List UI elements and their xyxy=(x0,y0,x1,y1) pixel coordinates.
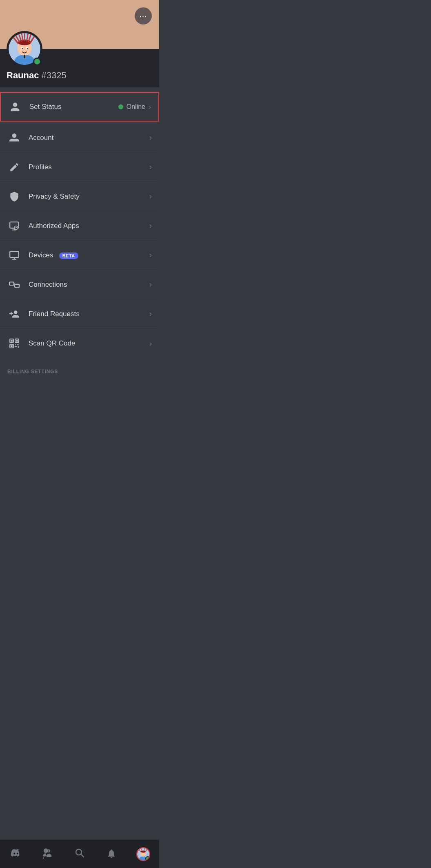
status-value: Online xyxy=(127,103,145,111)
chevron-icon: › xyxy=(149,221,152,230)
shield-icon xyxy=(7,190,21,204)
person-add-icon xyxy=(7,307,21,321)
svg-rect-16 xyxy=(24,55,25,58)
svg-rect-19 xyxy=(10,251,19,257)
scan-qr-right: › xyxy=(149,339,152,348)
svg-rect-29 xyxy=(17,344,19,345)
connections-icon xyxy=(7,278,21,292)
connections-label: Connections xyxy=(29,281,149,289)
chevron-icon: › xyxy=(149,192,152,201)
connections-item[interactable]: Connections › xyxy=(0,270,159,299)
friend-requests-item[interactable]: Friend Requests › xyxy=(0,299,159,329)
devices-label: Devices BETA xyxy=(29,251,149,259)
account-label: Account xyxy=(29,134,149,142)
chevron-icon: › xyxy=(149,163,152,171)
status-indicator xyxy=(118,104,123,109)
username: Raunac xyxy=(7,70,39,81)
authorized-apps-icon xyxy=(7,219,21,233)
profiles-item[interactable]: Profiles › xyxy=(0,153,159,182)
person-status-icon xyxy=(8,100,22,114)
set-status-right: Online › xyxy=(118,103,151,111)
friend-requests-label: Friend Requests xyxy=(29,310,149,318)
set-status-label: Set Status xyxy=(29,103,118,111)
devices-item[interactable]: Devices BETA › xyxy=(0,241,159,270)
svg-rect-27 xyxy=(11,345,12,347)
online-status-dot xyxy=(33,58,41,66)
chevron-icon: › xyxy=(149,133,152,142)
profiles-label: Profiles xyxy=(29,163,149,171)
chevron-icon: › xyxy=(149,339,152,348)
pencil-icon xyxy=(7,160,21,174)
more-dots-icon: ··· xyxy=(139,12,147,20)
svg-rect-20 xyxy=(9,282,14,285)
privacy-safety-label: Privacy & Safety xyxy=(29,193,149,201)
scan-qr-label: Scan QR Code xyxy=(29,339,149,348)
profile-info-bar: Raunac #3325 xyxy=(0,49,159,87)
svg-point-15 xyxy=(27,48,28,49)
svg-rect-30 xyxy=(15,346,17,347)
account-icon xyxy=(7,131,21,145)
svg-line-8 xyxy=(24,33,25,41)
privacy-safety-item[interactable]: Privacy & Safety › xyxy=(0,182,159,211)
svg-rect-26 xyxy=(16,340,18,341)
friend-requests-right: › xyxy=(149,310,152,318)
devices-right: › xyxy=(149,251,152,259)
beta-badge: BETA xyxy=(59,252,78,259)
authorized-apps-right: › xyxy=(149,221,152,230)
privacy-safety-right: › xyxy=(149,192,152,201)
svg-rect-25 xyxy=(11,340,12,341)
qr-code-icon xyxy=(7,337,21,350)
authorized-apps-label: Authorized Apps xyxy=(29,222,149,230)
chevron-icon: › xyxy=(149,280,152,289)
svg-rect-31 xyxy=(18,346,19,348)
account-right: › xyxy=(149,133,152,142)
chevron-icon: › xyxy=(149,251,152,259)
account-item[interactable]: Account › xyxy=(0,123,159,153)
set-status-item[interactable]: Set Status Online › xyxy=(0,92,159,122)
scan-qr-item[interactable]: Scan QR Code › xyxy=(0,329,159,358)
svg-rect-28 xyxy=(15,344,16,345)
billing-settings-header: BILLING SETTINGS xyxy=(0,361,159,378)
chevron-icon: › xyxy=(149,310,152,318)
authorized-apps-item[interactable]: Authorized Apps › xyxy=(0,211,159,241)
more-options-button[interactable]: ··· xyxy=(135,7,152,24)
svg-point-14 xyxy=(22,48,23,49)
svg-rect-21 xyxy=(15,284,19,287)
avatar[interactable] xyxy=(7,31,42,67)
monitor-icon xyxy=(7,248,21,262)
chevron-icon: › xyxy=(149,103,151,111)
settings-list: Set Status Online › Account › Profiles › xyxy=(0,87,159,361)
discriminator: #3325 xyxy=(41,70,66,81)
profiles-right: › xyxy=(149,163,152,171)
connections-right: › xyxy=(149,280,152,289)
